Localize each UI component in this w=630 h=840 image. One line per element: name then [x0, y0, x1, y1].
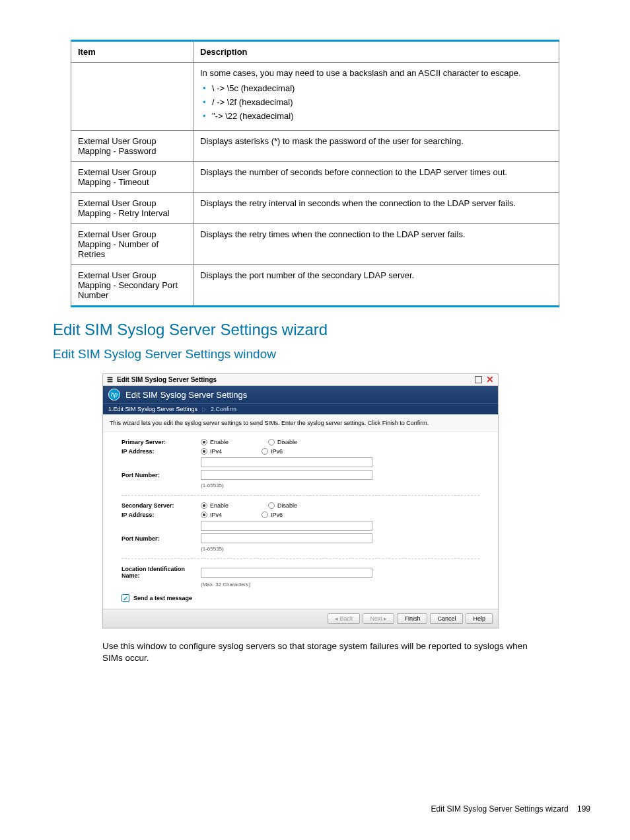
radio-primary-enable[interactable]: Enable — [201, 439, 228, 445]
hint-location: (Max. 32 Characters) — [201, 582, 479, 588]
hint-port: (1-65535) — [201, 482, 479, 488]
footer-title: Edit SIM Syslog Server Settings wizard — [431, 804, 569, 814]
th-item: Item — [71, 41, 193, 63]
wizard-titlebar[interactable]: ☰ Edit SIM Syslog Server Settings ✕ — [103, 374, 498, 386]
label-primary-server: Primary Server: — [122, 439, 201, 445]
radio-primary-ipv4[interactable]: IPv4 — [201, 448, 222, 455]
hp-logo-icon: hp — [108, 389, 120, 401]
back-button[interactable]: ◂ Back — [328, 613, 361, 624]
hint-port-2: (1-65535) — [201, 546, 479, 552]
table-row: External User Group Mapping - Retry Inte… — [71, 193, 559, 224]
label-ip-address: IP Address: — [122, 448, 201, 455]
wizard-header-text: Edit SIM Syslog Server Settings — [125, 390, 247, 400]
cell-desc: Displays asterisks (*) to mask the passw… — [193, 131, 559, 162]
table-row: External User Group Mapping - Password D… — [71, 131, 559, 162]
radio-icon — [262, 512, 268, 518]
wizard-window: ☰ Edit SIM Syslog Server Settings ✕ hp E… — [102, 373, 499, 629]
cell-item: External User Group Mapping - Password — [71, 131, 193, 162]
finish-button[interactable]: Finish — [397, 613, 427, 624]
cell-item: External User Group Mapping - Retry Inte… — [71, 193, 193, 224]
table-row: In some cases, you may need to use a bac… — [71, 63, 559, 131]
wizard-body: Primary Server: Enable Disable IP Addres… — [103, 432, 498, 609]
cell-item — [71, 63, 193, 131]
step-2: 2.Confirm — [211, 406, 236, 412]
cell-desc: Displays the retry times when the connec… — [193, 224, 559, 265]
input-primary-ip[interactable] — [201, 457, 372, 467]
description-table: Item Description In some cases, you may … — [71, 40, 559, 307]
cell-desc: Displays the number of seconds before co… — [193, 162, 559, 193]
label-port-number-2: Port Number: — [122, 535, 201, 542]
radio-icon — [201, 439, 207, 445]
wizard-description: This wizard lets you edit the syslog ser… — [103, 414, 498, 432]
chevron-right-icon: ▷ — [202, 406, 207, 412]
next-button[interactable]: Next ▸ — [363, 613, 394, 624]
wizard-footer: ◂ Back Next ▸ Finish Cancel Help — [103, 609, 498, 628]
collapse-icon[interactable]: ☰ — [107, 376, 113, 383]
help-button[interactable]: Help — [466, 613, 493, 624]
radio-secondary-ipv6[interactable]: IPv6 — [262, 512, 283, 518]
label-ip-address-2: IP Address: — [122, 512, 201, 518]
cell-item: External User Group Mapping - Secondary … — [71, 265, 193, 307]
section-heading-1: Edit SIM Syslog Server Settings wizard — [53, 321, 590, 339]
label-port-number: Port Number: — [122, 472, 201, 478]
cancel-button[interactable]: Cancel — [430, 613, 463, 624]
radio-secondary-enable[interactable]: Enable — [201, 502, 228, 509]
radio-icon — [262, 448, 268, 455]
label-location: Location Identification Name: — [122, 566, 201, 579]
radio-secondary-ipv4[interactable]: IPv4 — [201, 512, 222, 518]
wizard-header: hp Edit SIM Syslog Server Settings — [103, 386, 498, 403]
checkbox-send-test[interactable]: ✓ Send a test message — [122, 594, 479, 602]
section-heading-2: Edit SIM Syslog Server Settings window — [53, 347, 590, 362]
checkbox-label: Send a test message — [133, 595, 192, 601]
page-number: 199 — [577, 804, 590, 814]
cell-desc: Displays the retry interval in seconds w… — [193, 193, 559, 224]
input-secondary-ip[interactable] — [201, 521, 372, 531]
list-item: / -> \2f (hexadecimal) — [203, 97, 552, 107]
radio-primary-disable[interactable]: Disable — [268, 439, 297, 445]
radio-primary-ipv6[interactable]: IPv6 — [262, 448, 283, 455]
input-primary-port[interactable] — [201, 470, 372, 480]
step-1: 1.Edit SIM Syslog Server Settings — [108, 406, 197, 412]
cell-item: External User Group Mapping - Number of … — [71, 224, 193, 265]
page-footer: Edit SIM Syslog Server Settings wizard 1… — [431, 804, 590, 814]
table-row: External User Group Mapping - Timeout Di… — [71, 162, 559, 193]
radio-icon — [268, 439, 275, 445]
checkbox-icon: ✓ — [122, 594, 129, 602]
list-item: "-> \22 (hexadecimal) — [203, 111, 552, 121]
body-paragraph: Use this window to configure syslog serv… — [102, 640, 528, 664]
label-secondary-server: Secondary Server: — [122, 502, 201, 509]
radio-icon — [268, 502, 275, 509]
list-item: \ -> \5c (hexadecimal) — [203, 83, 552, 93]
cell-desc: Displays the port number of the secondar… — [193, 265, 559, 307]
table-row: External User Group Mapping - Secondary … — [71, 265, 559, 307]
radio-icon — [201, 448, 207, 455]
close-icon[interactable]: ✕ — [486, 376, 494, 383]
radio-secondary-disable[interactable]: Disable — [268, 502, 297, 509]
input-location[interactable] — [201, 568, 372, 578]
wizard-breadcrumb: 1.Edit SIM Syslog Server Settings ▷ 2.Co… — [103, 403, 498, 414]
cell-item: External User Group Mapping - Timeout — [71, 162, 193, 193]
th-desc: Description — [193, 41, 559, 63]
maximize-icon[interactable] — [475, 376, 482, 383]
radio-icon — [201, 512, 207, 518]
desc-intro: In some cases, you may need to use a bac… — [200, 68, 552, 78]
table-row: External User Group Mapping - Number of … — [71, 224, 559, 265]
cell-desc: In some cases, you may need to use a bac… — [193, 63, 559, 131]
wizard-title: Edit SIM Syslog Server Settings — [117, 376, 217, 383]
radio-icon — [201, 502, 207, 509]
input-secondary-port[interactable] — [201, 533, 372, 543]
